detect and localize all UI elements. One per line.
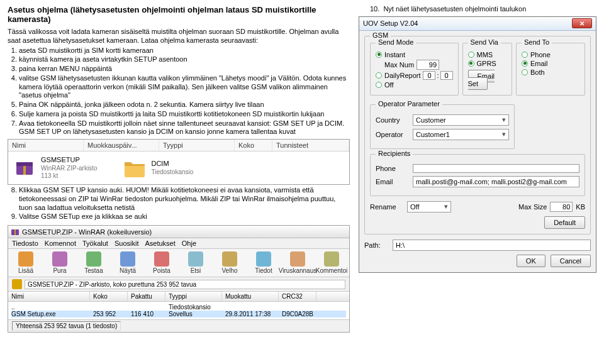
tb-add[interactable]: Lisää xyxy=(12,251,40,274)
winrar-menubar[interactable]: Tiedosto Komennot Työkalut Suosikit Aset… xyxy=(8,238,349,249)
close-button[interactable]: ✕ xyxy=(572,18,592,28)
rename-label: Rename xyxy=(370,203,404,211)
winrar-app-icon xyxy=(11,228,20,236)
radio-tophone[interactable]: Phone xyxy=(522,51,579,58)
menu-komennot[interactable]: Komennot xyxy=(45,240,76,247)
maxsize-label: Max Size xyxy=(518,203,547,211)
menu-ohje[interactable]: Ohje xyxy=(182,240,196,247)
intro-text: Tässä valikossa voit ladata kameran sisä… xyxy=(8,28,350,45)
radio-toboth[interactable]: Both xyxy=(522,69,579,76)
zip-icon xyxy=(12,155,37,180)
operator-label: Operator xyxy=(376,131,410,138)
group-recipients: Recipients Phone Email malli.posti@g-mai… xyxy=(370,154,585,196)
col-size[interactable]: Koko xyxy=(235,140,272,151)
step-10: 10. Nyt näet lähetysasetusten ohjelmoint… xyxy=(370,5,596,14)
tb-extract[interactable]: Pura xyxy=(46,251,74,274)
path-input[interactable]: H:\ xyxy=(393,240,591,251)
winrar-toolbar: Lisää Pura Testaa Näytä Poista Etsi Velh… xyxy=(8,249,349,277)
phone-input[interactable] xyxy=(413,164,579,173)
radio-gprs[interactable]: GPRS xyxy=(468,60,506,67)
file-name: GSMSETUP xyxy=(41,156,97,164)
email-input[interactable]: malli.posti@g-mail.com; malli.posti2@g-m… xyxy=(413,176,579,187)
col-tags[interactable]: Tunnisteet xyxy=(272,140,349,151)
winrar-row-setupexe[interactable]: GSM Setup.exe 253 952 116 410 Sovellus 2… xyxy=(11,311,346,317)
tb-wizard[interactable]: Velho xyxy=(216,251,243,274)
kb-label: KB xyxy=(576,203,585,211)
folder-type: Tiedostokansio xyxy=(151,168,193,176)
explorer-panel: Nimi Muokkauspäiv... Tyyppi Koko Tunnist… xyxy=(8,139,350,185)
col-crc[interactable]: CRC32 xyxy=(279,292,316,301)
col-type[interactable]: Tyyppi xyxy=(165,292,222,301)
step-5: Paina OK näppäintä, jonka jälkeen odota … xyxy=(19,101,350,109)
phone-label: Phone xyxy=(376,165,410,172)
rename-select[interactable]: Off xyxy=(407,201,451,212)
radio-mms[interactable]: MMS xyxy=(468,51,506,58)
folder-icon xyxy=(122,155,147,180)
step-7: Avaa tietokoneella SD muistikortti jollo… xyxy=(19,119,350,137)
steps-list: aseta SD muistikortti ja SIM kortti kame… xyxy=(19,47,350,137)
group-sendvia: Send Via MMS GPRS Email Set xyxy=(462,43,512,96)
default-button[interactable]: Default xyxy=(544,216,585,229)
menu-suosikit[interactable]: Suosikit xyxy=(115,240,139,247)
folder-name: DCIM xyxy=(151,160,193,168)
group-gsm: GSM Send Mode Instant Max Num 99 DailyRe… xyxy=(364,36,591,234)
file-type: WinRAR ZIP-arkisto xyxy=(41,165,97,172)
col-size[interactable]: Koko xyxy=(90,292,128,301)
email-label: Email xyxy=(376,178,410,185)
winrar-window: GSMSETUP.ZIP - WinRAR (kokeiluversio) Ti… xyxy=(8,225,350,333)
explorer-header: Nimi Muokkauspäiv... Tyyppi Koko Tunnist… xyxy=(8,140,349,152)
country-select[interactable]: Customer xyxy=(413,114,509,126)
maxsize-input[interactable]: 80 xyxy=(550,202,573,212)
tb-delete[interactable]: Poista xyxy=(148,251,176,274)
group-sendmode: Send Mode Instant Max Num 99 DailyReport… xyxy=(370,43,459,96)
col-modified[interactable]: Muokkauspäiv... xyxy=(84,140,159,151)
maxnum-input[interactable]: 99 xyxy=(417,60,439,70)
col-packed[interactable]: Pakattu xyxy=(128,292,165,301)
winrar-pathbar: GSMSETUP.ZIP - ZIP-arkisto, koko purettu… xyxy=(8,277,349,292)
emailset-button[interactable]: Email Set xyxy=(468,70,495,90)
folder-dcim[interactable]: DCIM Tiedostokansio xyxy=(122,155,193,180)
daily-spin-2[interactable]: 0 xyxy=(440,71,453,80)
operator-select[interactable]: Customer1 xyxy=(413,129,509,140)
path-label: Path: xyxy=(364,241,389,249)
winrar-list-header: Nimi Koko Pakattu Tyyppi Muokattu CRC32 xyxy=(8,292,349,302)
col-modified[interactable]: Muokattu xyxy=(222,292,279,301)
tb-comment[interactable]: Kommentoi xyxy=(318,251,345,274)
menu-asetukset[interactable]: Asetukset xyxy=(145,240,175,247)
uov-title: UOV Setup V2.04 xyxy=(363,19,418,27)
col-name[interactable]: Nimi xyxy=(8,140,84,151)
tb-test[interactable]: Testaa xyxy=(80,251,108,274)
file-gsmsetup[interactable]: GSMSETUP WinRAR ZIP-arkisto 113 kt xyxy=(12,155,97,180)
menu-tyokalut[interactable]: Työkalut xyxy=(82,240,108,247)
svg-rect-4 xyxy=(14,229,16,235)
ok-button[interactable]: OK xyxy=(517,255,545,267)
bookmark-icon[interactable] xyxy=(12,279,22,289)
winrar-title: GSMSETUP.ZIP - WinRAR (kokeiluversio) xyxy=(22,228,347,236)
winrar-row-up[interactable]: .. Tiedostokansio xyxy=(11,304,346,311)
step-2: käynnistä kamera ja aseta virtakytkin SE… xyxy=(19,55,350,64)
col-name[interactable]: Nimi xyxy=(8,292,90,301)
step-1: aseta SD muistikortti ja SIM kortti kame… xyxy=(19,47,350,55)
tb-virus[interactable]: Viruskannaus xyxy=(284,251,311,274)
tb-view[interactable]: Näytä xyxy=(114,251,142,274)
step-4: valitse GSM lähetysasetusten ikkunan kau… xyxy=(19,74,350,100)
file-size: 113 kt xyxy=(41,172,97,180)
winrar-path[interactable]: GSMSETUP.ZIP - ZIP-arkisto, koko purettu… xyxy=(25,280,345,289)
tb-find[interactable]: Etsi xyxy=(182,251,210,274)
tb-info[interactable]: Tiedot xyxy=(250,251,277,274)
menu-tiedosto[interactable]: Tiedosto xyxy=(12,240,38,247)
svg-rect-1 xyxy=(16,162,33,166)
page-title: Asetus ohjelma (lähetysasetusten ohjelmo… xyxy=(8,5,350,24)
radio-off[interactable]: Off xyxy=(376,81,453,89)
steps-cont: Klikkaa GSM SET UP kansio auki. HUOM! Mi… xyxy=(19,186,350,221)
step-6: Sulje kamera ja poista SD muistikortti j… xyxy=(19,110,350,119)
radio-dailyreport[interactable]: DailyReport 0: 0 xyxy=(376,71,453,80)
radio-toemail[interactable]: Email xyxy=(522,60,579,67)
col-type[interactable]: Tyyppi xyxy=(159,140,235,151)
radio-instant[interactable]: Instant xyxy=(376,51,453,58)
svg-rect-2 xyxy=(23,166,26,175)
step-3: paina kerran MENU näppäintä xyxy=(19,65,350,74)
daily-spin-1[interactable]: 0 xyxy=(423,71,435,80)
group-sendto: Send To Phone Email Both xyxy=(516,43,585,96)
cancel-button[interactable]: Cancel xyxy=(551,255,591,267)
